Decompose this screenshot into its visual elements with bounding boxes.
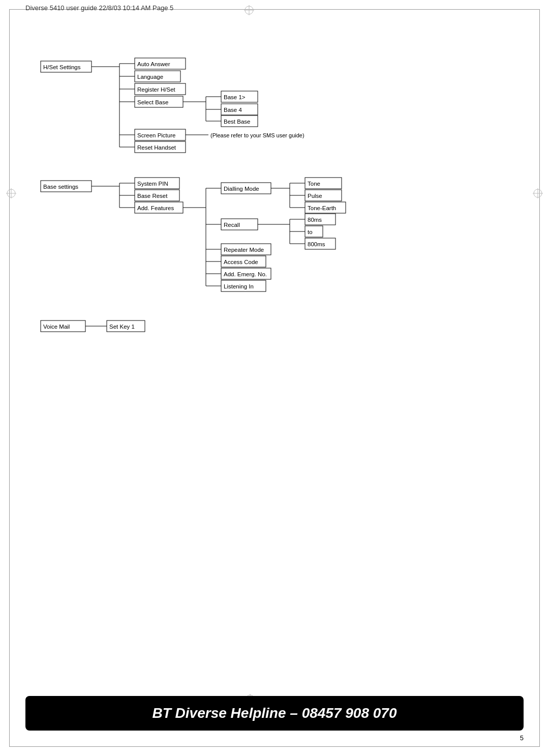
svg-text:Register H/Set: Register H/Set <box>137 86 176 93</box>
svg-text:Auto Answer: Auto Answer <box>137 61 170 67</box>
svg-text:System PIN: System PIN <box>137 181 168 187</box>
helpline-bar: BT Diverse Helpline – 08457 908 070 <box>25 696 524 731</box>
svg-text:to: to <box>308 229 313 235</box>
reg-mark-left <box>5 187 17 199</box>
svg-text:Base Reset: Base Reset <box>137 193 168 199</box>
page-header: Diverse 5410 user guide 22/8/03 10:14 AM… <box>25 4 173 12</box>
svg-text:Listening In: Listening In <box>224 283 254 289</box>
svg-text:Recall: Recall <box>224 222 240 228</box>
svg-text:Voice Mail: Voice Mail <box>43 324 70 330</box>
svg-text:Screen Picture: Screen Picture <box>137 132 175 138</box>
svg-text:Dialling Mode: Dialling Mode <box>224 186 259 192</box>
svg-text:Add. Emerg. No.: Add. Emerg. No. <box>224 271 267 277</box>
svg-text:Base 1>: Base 1> <box>224 94 246 100</box>
svg-text:Base 4: Base 4 <box>224 107 242 113</box>
header-text: Diverse 5410 user guide 22/8/03 10:14 AM… <box>25 4 173 12</box>
svg-text:Tone-Earth: Tone-Earth <box>308 205 336 211</box>
reg-mark-right <box>532 187 544 199</box>
svg-text:Pulse: Pulse <box>308 193 322 199</box>
svg-text:H/Set Settings: H/Set Settings <box>43 64 81 70</box>
svg-text:Access Code: Access Code <box>224 259 258 265</box>
reg-mark-top <box>243 4 255 16</box>
svg-text:Set Key 1: Set Key 1 <box>109 324 135 330</box>
page-number: 5 <box>520 734 524 742</box>
svg-text:800ms: 800ms <box>308 241 325 247</box>
svg-text:Select Base: Select Base <box>137 99 168 105</box>
svg-text:80ms: 80ms <box>308 217 322 223</box>
svg-text:Base settings: Base settings <box>43 184 78 190</box>
svg-text:Reset Handset: Reset Handset <box>137 144 176 151</box>
menu-tree-diagram: H/Set Settings Auto Answer Language Regi… <box>25 31 513 387</box>
helpline-text: BT Diverse Helpline – 08457 908 070 <box>152 705 397 721</box>
svg-text:(Please refer to your SMS user: (Please refer to your SMS user guide) <box>210 132 304 138</box>
svg-text:Best Base: Best Base <box>224 119 250 125</box>
svg-text:Repeater Mode: Repeater Mode <box>224 247 264 253</box>
svg-text:Add. Features: Add. Features <box>137 205 174 211</box>
svg-text:Language: Language <box>137 74 163 80</box>
svg-text:Tone: Tone <box>308 181 320 187</box>
